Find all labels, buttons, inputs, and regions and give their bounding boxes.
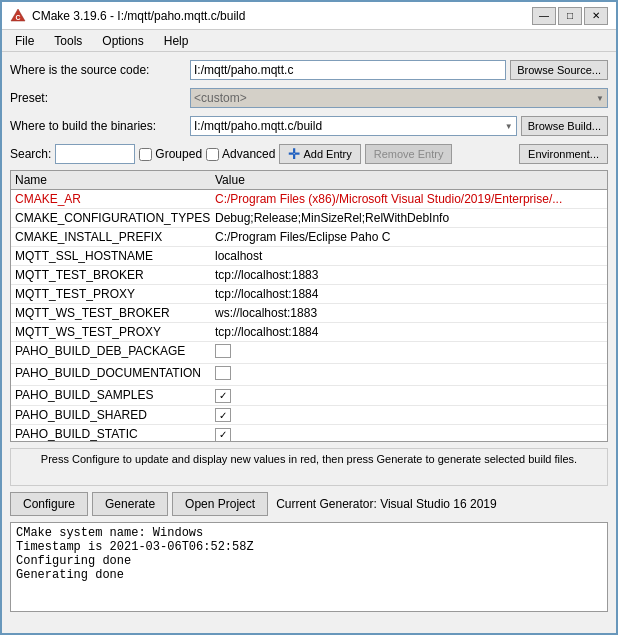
generate-button[interactable]: Generate [92,492,168,516]
table-row[interactable]: PAHO_BUILD_STATIC [11,425,607,442]
grouped-checkbox[interactable] [139,148,152,161]
remove-entry-button[interactable]: Remove Entry [365,144,453,164]
add-entry-button[interactable]: ✛ Add Entry [279,144,360,164]
menu-bar: File Tools Options Help [2,30,616,52]
search-input[interactable] [55,144,135,164]
maximize-button[interactable]: □ [558,7,582,25]
table-row[interactable]: CMAKE_AR C:/Program Files (x86)/Microsof… [11,190,607,209]
close-button[interactable]: ✕ [584,7,608,25]
checkbox-checked [215,428,231,442]
table-row[interactable]: PAHO_BUILD_SAMPLES [11,386,607,406]
preset-select-wrapper [190,88,608,108]
advanced-checkbox-label[interactable]: Advanced [206,147,275,161]
preset-row: Preset: [10,86,608,110]
checkbox-checked [215,408,231,422]
entries-table: Name Value CMAKE_AR C:/Program Files (x8… [10,170,608,442]
output-line: CMake system name: Windows [16,526,602,540]
browse-build-button[interactable]: Browse Build... [521,116,608,136]
table-row[interactable]: MQTT_TEST_BROKER tcp://localhost:1883 [11,266,607,285]
source-label: Where is the source code: [10,63,190,77]
table-row[interactable]: CMAKE_INSTALL_PREFIX C:/Program Files/Ec… [11,228,607,247]
binaries-select-wrapper [190,116,517,136]
source-input[interactable] [190,60,506,80]
app-icon: C [10,8,26,24]
table-row[interactable]: MQTT_SSL_HOSTNAME localhost [11,247,607,266]
table-row[interactable]: PAHO_BUILD_DEB_PACKAGE [11,342,607,364]
status-message: Press Configure to update and display ne… [10,448,608,486]
binaries-label: Where to build the binaries: [10,119,190,133]
output-line: Generating done [16,568,602,582]
search-row: Search: Grouped Advanced ✛ Add Entry Rem… [10,142,608,166]
menu-options[interactable]: Options [93,32,152,49]
add-icon: ✛ [288,146,300,162]
window-frame: C CMake 3.19.6 - I:/mqtt/paho.mqtt.c/bui… [0,0,618,635]
title-bar: C CMake 3.19.6 - I:/mqtt/paho.mqtt.c/bui… [2,2,616,30]
output-line: Timestamp is 2021-03-06T06:52:58Z [16,540,602,554]
advanced-label: Advanced [222,147,275,161]
add-entry-label: Add Entry [303,148,351,160]
col-name-header: Name [15,173,215,187]
checkbox-checked [215,389,231,403]
col-value-header: Value [215,173,603,187]
source-row: Where is the source code: Browse Source.… [10,58,608,82]
output-line: Configuring done [16,554,602,568]
main-content: Where is the source code: Browse Source.… [2,52,616,618]
action-row: Configure Generate Open Project Current … [10,492,608,516]
window-title: CMake 3.19.6 - I:/mqtt/paho.mqtt.c/build [32,9,245,23]
search-label: Search: [10,147,51,161]
table-row[interactable]: MQTT_TEST_PROXY tcp://localhost:1884 [11,285,607,304]
table-row[interactable]: PAHO_BUILD_SHARED [11,406,607,426]
checkbox-unchecked [215,344,231,358]
generator-text: Current Generator: Visual Studio 16 2019 [276,497,497,511]
table-header: Name Value [11,171,607,190]
title-bar-left: C CMake 3.19.6 - I:/mqtt/paho.mqtt.c/bui… [10,8,245,24]
configure-button[interactable]: Configure [10,492,88,516]
checkbox-unchecked [215,366,231,380]
browse-source-button[interactable]: Browse Source... [510,60,608,80]
svg-text:C: C [15,14,20,21]
binaries-row: Where to build the binaries: Browse Buil… [10,114,608,138]
environment-button[interactable]: Environment... [519,144,608,164]
menu-help[interactable]: Help [155,32,198,49]
preset-input[interactable] [190,88,608,108]
table-row[interactable]: CMAKE_CONFIGURATION_TYPES Debug;Release;… [11,209,607,228]
grouped-label: Grouped [155,147,202,161]
table-row[interactable]: MQTT_WS_TEST_PROXY tcp://localhost:1884 [11,323,607,342]
window-controls: — □ ✕ [532,7,608,25]
binaries-input[interactable] [190,116,517,136]
minimize-button[interactable]: — [532,7,556,25]
advanced-checkbox[interactable] [206,148,219,161]
open-project-button[interactable]: Open Project [172,492,268,516]
grouped-checkbox-label[interactable]: Grouped [139,147,202,161]
table-row[interactable]: MQTT_WS_TEST_BROKER ws://localhost:1883 [11,304,607,323]
menu-tools[interactable]: Tools [45,32,91,49]
table-row[interactable]: PAHO_BUILD_DOCUMENTATION [11,364,607,386]
preset-label: Preset: [10,91,190,105]
menu-file[interactable]: File [6,32,43,49]
output-console[interactable]: CMake system name: Windows Timestamp is … [10,522,608,612]
